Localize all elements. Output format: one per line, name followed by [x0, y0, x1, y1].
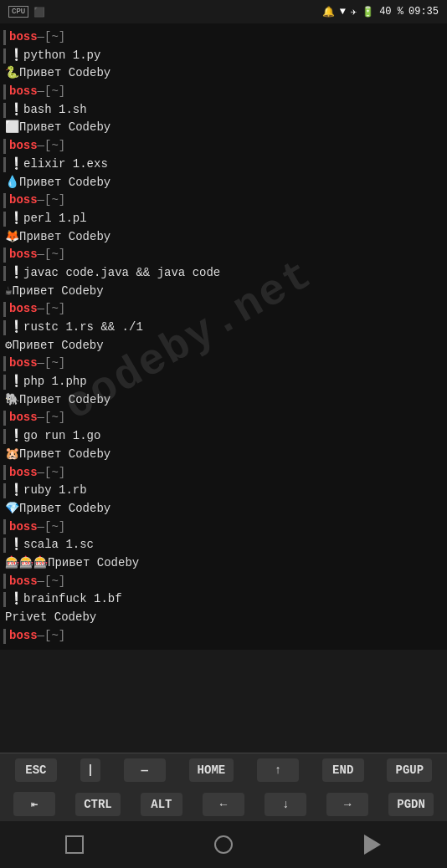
key-pgdn[interactable]: PGDN: [388, 793, 434, 816]
cmd-line: ❕go run 1.go: [3, 427, 444, 446]
prompt-user: boss: [9, 409, 38, 427]
prompt-line: boss—[~]: [3, 409, 444, 427]
output-line: 🐘Привет Codeby: [3, 391, 444, 410]
prompt-separator: —[~]: [38, 573, 66, 591]
prompt-line: boss—[~]: [3, 191, 444, 210]
key-esc[interactable]: ESC: [15, 758, 57, 782]
prompt-line: boss—[~]: [3, 355, 444, 373]
key-end[interactable]: END: [322, 758, 364, 782]
nav-bar: [0, 821, 447, 868]
cmd-bang: ❕: [9, 210, 23, 228]
prompt-border: [3, 629, 6, 644]
nav-circle-icon: [214, 835, 233, 854]
cmd-bang: ❕: [9, 156, 23, 174]
key-left[interactable]: ←: [203, 793, 244, 816]
cmd-line: ❕python 1.py: [3, 47, 444, 65]
prompt-separator: —[~]: [38, 409, 66, 427]
output-line: 🎰🎰🎰Привет Codeby: [3, 554, 444, 573]
cmd-border: [3, 483, 6, 498]
output-line: ⬜Привет Codeby: [3, 119, 444, 137]
output-line: ⚙Привет Codeby: [3, 337, 444, 355]
key-pipe[interactable]: |: [80, 758, 100, 782]
prompt-border: [3, 302, 6, 317]
prompt-border: [3, 193, 6, 208]
cmd-line: ❕ruby 1.rb: [3, 482, 444, 500]
prompt-line: boss—[~]: [3, 518, 444, 537]
cmd-text: php 1.php: [23, 373, 87, 391]
prompt-border: [3, 574, 6, 589]
cmd-bang: ❕: [9, 101, 23, 120]
key-alt[interactable]: ALT: [141, 793, 182, 816]
output-line: 🐍Привет Codeby: [3, 64, 444, 83]
key-tab[interactable]: ⇤: [13, 792, 55, 816]
cmd-border: [3, 212, 6, 227]
prompt-user: boss: [9, 518, 38, 537]
cmd-line: ❕bash 1.sh: [3, 101, 444, 120]
terminal-area[interactable]: boss—[~]❕python 1.py🐍Привет Codebyboss—[…: [0, 23, 447, 650]
prompt-border: [3, 519, 6, 534]
cmd-border: [3, 429, 6, 444]
output-line: 🦊Привет Codeby: [3, 228, 444, 247]
prompt-user: boss: [9, 464, 38, 483]
battery-pct: 40 %: [379, 6, 403, 18]
prompt-separator: —[~]: [38, 83, 66, 101]
key-pgup[interactable]: PGUP: [387, 758, 432, 782]
cmd-text: ruby 1.rb: [23, 482, 87, 500]
cmd-line: ❕scala 1.sc: [3, 536, 444, 554]
output-line: 🐹Привет Codeby: [3, 446, 444, 464]
prompt-line: boss—[~]: [3, 83, 444, 101]
key-up[interactable]: ↑: [257, 758, 299, 782]
battery-icon: 🔋: [362, 6, 374, 18]
key-dash[interactable]: —: [124, 758, 166, 782]
cmd-bang: ❕: [9, 264, 23, 283]
key-ctrl[interactable]: CTRL: [75, 793, 121, 816]
prompt-user: boss: [9, 627, 38, 646]
output-line: ☕Привет Codeby: [3, 283, 444, 301]
prompt-separator: —[~]: [38, 246, 66, 264]
prompt-separator: —[~]: [38, 137, 66, 156]
cmd-border: [3, 538, 6, 553]
cmd-line: ❕javac code.java && java code: [3, 264, 444, 283]
cmd-line: ❕brainfuck 1.bf: [3, 590, 444, 609]
key-down[interactable]: ↓: [265, 793, 306, 816]
output-line: Privet Codeby: [3, 609, 444, 627]
cmd-border: [3, 49, 6, 64]
prompt-separator: —[~]: [38, 464, 66, 483]
cmd-bang: ❕: [9, 427, 23, 446]
cmd-border: [3, 592, 6, 607]
cmd-line: ❕rustc 1.rs && ./1: [3, 319, 444, 337]
prompt-user: boss: [9, 191, 38, 210]
cmd-line: ❕perl 1.pl: [3, 210, 444, 228]
cmd-text: javac code.java && java code: [23, 264, 220, 283]
cmd-bang: ❕: [9, 590, 23, 609]
airplane-icon: ✈: [351, 6, 357, 18]
cmd-text: rustc 1.rs && ./1: [23, 319, 143, 337]
cmd-text: bash 1.sh: [23, 101, 87, 120]
cmd-text: elixir 1.exs: [23, 156, 108, 174]
key-right[interactable]: →: [326, 793, 368, 816]
status-left: CPU ⬛: [8, 6, 45, 18]
prompt-separator: —[~]: [38, 28, 66, 47]
prompt-user: boss: [9, 137, 38, 156]
prompt-line: boss—[~]: [3, 246, 444, 264]
prompt-line: boss—[~]: [3, 627, 444, 646]
terminal-icon: ⬛: [33, 7, 45, 18]
cmd-text: scala 1.sc: [23, 536, 94, 554]
cmd-border: [3, 157, 6, 172]
prompt-separator: —[~]: [38, 355, 66, 373]
prompt-separator: —[~]: [38, 300, 66, 319]
prompt-user: boss: [9, 83, 38, 101]
wifi-icon: ▼: [340, 6, 346, 18]
key-home[interactable]: HOME: [189, 758, 234, 782]
cmd-text: go run 1.go: [23, 427, 100, 446]
prompt-separator: —[~]: [38, 518, 66, 537]
prompt-user: boss: [9, 28, 38, 47]
nav-triangle-button[interactable]: [357, 830, 388, 860]
nav-square-button[interactable]: [59, 830, 90, 860]
nav-circle-button[interactable]: [208, 830, 239, 860]
cmd-bang: ❕: [9, 482, 23, 500]
cmd-bang: ❕: [9, 319, 23, 337]
cmd-text: perl 1.pl: [23, 210, 87, 228]
prompt-separator: —[~]: [38, 191, 66, 210]
prompt-line: boss—[~]: [3, 137, 444, 156]
